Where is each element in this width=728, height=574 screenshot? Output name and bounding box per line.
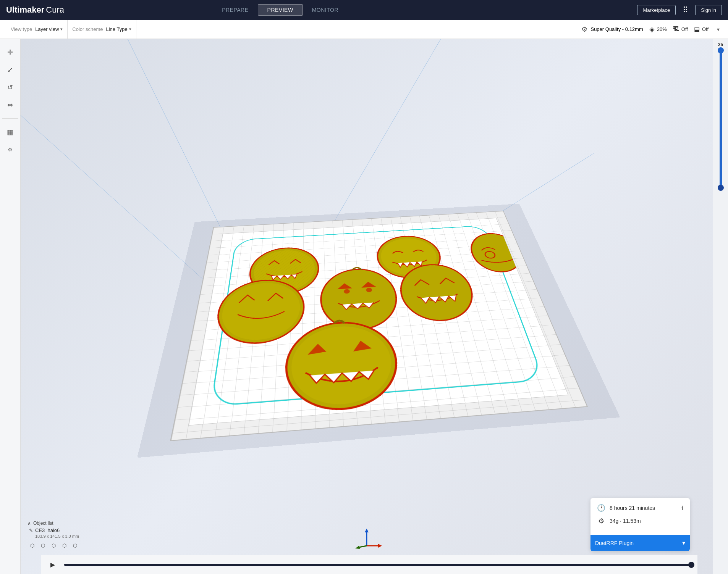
platform-container [44, 69, 697, 536]
clock-icon: 🕐 [597, 503, 606, 513]
nav-monitor[interactable]: MONITOR [303, 5, 348, 15]
info-detail-button[interactable]: ℹ [681, 505, 684, 512]
layer-playbar: ▶ [41, 555, 697, 574]
weight-icon: ⚙ [597, 516, 606, 526]
arrange-tool-button[interactable]: ▦ [3, 125, 18, 139]
toolbar-right: ⚙ Super Quality - 0.12mm ◈ 20% 🏗 Off ⬓ O… [581, 25, 722, 34]
view-type-chevron: ▾ [60, 27, 63, 32]
obj-delete-button[interactable]: ⬡ [60, 541, 69, 550]
mirror-tool-button[interactable]: ⇔ [3, 98, 18, 112]
infill-icon: ◈ [649, 25, 655, 34]
color-scheme-label: Color scheme [72, 26, 103, 32]
plugin-label: DuetRRF Plugin [595, 540, 634, 546]
svg-marker-25 [378, 544, 382, 548]
layer-slider-panel: 25 [713, 39, 728, 574]
left-sidebar: ✛ ⤢ ↺ ⇔ ▦ ⚙ [0, 39, 21, 574]
object-list-header[interactable]: ∧ Object list [28, 521, 79, 526]
view-type-value: Layer view [35, 26, 59, 32]
progress-thumb[interactable] [688, 562, 694, 568]
app-header: Ultimaker Cura PREPARE PREVIEW MONITOR M… [0, 0, 728, 20]
main-nav: PREPARE PREVIEW MONITOR [213, 4, 348, 16]
rotate-tool-button[interactable]: ↺ [3, 80, 18, 95]
svg-point-13 [320, 267, 401, 332]
adhesion-group: ⬓ Off [694, 26, 709, 33]
view-type-select[interactable]: Layer view ▾ [35, 26, 63, 32]
object-list-item: ✎ CE3_halo6 [29, 527, 79, 533]
quality-settings-icon: ⚙ [581, 25, 587, 34]
time-row: 🕐 8 hours 21 minutes ℹ [597, 503, 684, 513]
color-scheme-select[interactable]: Line Type ▾ [106, 26, 131, 32]
print-weight-value: 34g · 11.53m [610, 518, 641, 524]
rotate-icon: ↺ [7, 83, 13, 92]
quality-settings[interactable]: ⚙ Super Quality - 0.12mm [581, 25, 643, 34]
obj-more-button[interactable]: ⬡ [70, 541, 79, 550]
pumpkin-7 [285, 317, 402, 414]
nav-preview[interactable]: PREVIEW [258, 4, 303, 16]
adhesion-value: Off [702, 26, 709, 32]
axis-arrows-svg [351, 527, 382, 550]
color-scheme-value: Line Type [106, 26, 127, 32]
support-value: Off [681, 26, 688, 32]
progress-fill [64, 564, 691, 566]
svg-marker-23 [365, 529, 369, 532]
logo-brand: Ultimaker [6, 5, 44, 15]
info-panel-content: 🕐 8 hours 21 minutes ℹ ⚙ 34g · 11.53m [590, 498, 690, 535]
object-list-label: Object list [33, 521, 53, 526]
grid-icon: ⠿ [683, 6, 688, 14]
print-time-value: 8 hours 21 minutes [610, 505, 655, 511]
toolbar-expand-button[interactable]: ▾ [715, 26, 722, 32]
mirror-icon: ⇔ [7, 101, 13, 109]
support-tool-button[interactable]: ⚙ [3, 142, 18, 157]
obj-duplicate-button[interactable]: ⬡ [38, 541, 47, 550]
object-dimensions: 183.9 x 141.5 x 3.0 mm [35, 534, 79, 539]
scale-tool-button[interactable]: ⤢ [3, 63, 18, 77]
pumpkin-4 [213, 278, 304, 346]
edit-icon: ✎ [29, 528, 33, 533]
weight-row: ⚙ 34g · 11.53m [597, 516, 684, 526]
app-logo: Ultimaker Cura [6, 5, 64, 15]
obj-lock-button[interactable]: ⬡ [49, 541, 58, 550]
support-tool-icon: ⚙ [8, 147, 13, 153]
print-bed-3d [170, 211, 588, 441]
layer-slider-top-thumb[interactable] [718, 47, 724, 53]
object-list-panel: ∧ Object list ✎ CE3_halo6 183.9 x 141.5 … [24, 518, 83, 553]
view-type-group: View type Layer view ▾ [6, 20, 68, 39]
layer-slider-track[interactable] [720, 50, 722, 188]
svg-marker-27 [355, 546, 360, 549]
plugin-chevron-icon: ▾ [682, 539, 685, 547]
grid-icon-button[interactable]: ⠿ [679, 4, 691, 16]
layer-slider-bottom-thumb[interactable] [718, 185, 724, 191]
move-tool-button[interactable]: ✛ [3, 45, 18, 60]
view-type-label: View type [11, 26, 32, 32]
layer-number-label: 25 [718, 42, 723, 47]
infill-group: ◈ 20% [649, 25, 667, 34]
marketplace-button[interactable]: Marketplace [637, 5, 676, 15]
support-group: 🏗 Off [673, 26, 688, 33]
axis-indicator [351, 527, 382, 551]
scale-icon: ⤢ [7, 66, 13, 74]
color-scheme-group: Color scheme Line Type ▾ [68, 20, 136, 39]
header-right: Marketplace ⠿ Sign in [637, 4, 722, 16]
color-scheme-chevron: ▾ [129, 27, 131, 32]
plugin-button[interactable]: DuetRRF Plugin ▾ [590, 535, 690, 551]
signin-button[interactable]: Sign in [695, 5, 722, 15]
pumpkin-5 [320, 266, 401, 332]
play-button[interactable]: ▶ [47, 559, 58, 570]
nav-prepare[interactable]: PREPARE [213, 5, 257, 15]
object-item-name: CE3_halo6 [35, 527, 60, 533]
infill-value: 20% [657, 26, 667, 32]
object-action-icons: ⬡ ⬡ ⬡ ⬡ ⬡ [28, 541, 79, 550]
3d-viewport[interactable]: ∧ Object list ✎ CE3_halo6 183.9 x 141.5 … [21, 39, 713, 574]
arrange-icon: ▦ [7, 128, 13, 136]
logo-product: Cura [46, 5, 64, 15]
object-list-collapse-icon: ∧ [28, 521, 31, 526]
toolbar: View type Layer view ▾ Color scheme Line… [0, 20, 728, 39]
obj-visible-button[interactable]: ⬡ [28, 541, 37, 550]
support-icon: 🏗 [673, 26, 679, 33]
main-area: ✛ ⤢ ↺ ⇔ ▦ ⚙ [0, 39, 728, 574]
layer-progress-bar[interactable] [64, 564, 691, 566]
adhesion-icon: ⬓ [694, 26, 700, 33]
quality-value: Super Quality - 0.12mm [590, 26, 643, 32]
print-info-panel: 🕐 8 hours 21 minutes ℹ ⚙ 34g · 11.53m Du… [590, 498, 690, 551]
move-icon: ✛ [7, 48, 13, 56]
